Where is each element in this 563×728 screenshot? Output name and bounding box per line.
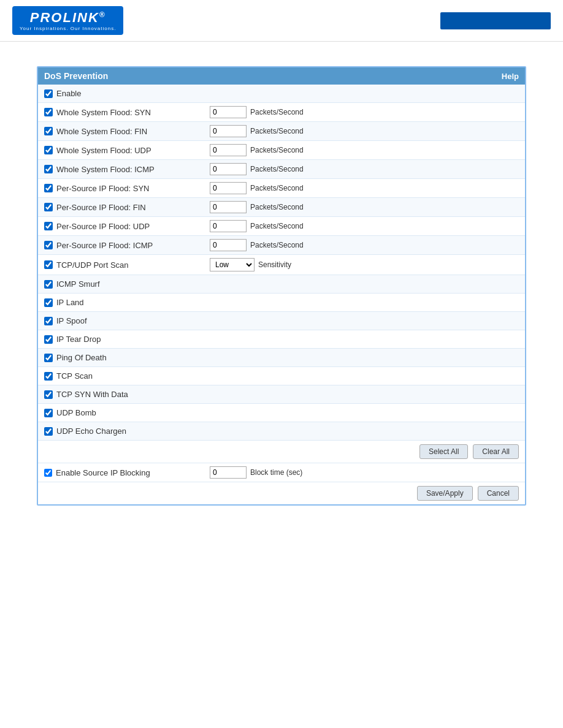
tcp-scan-text: TCP Scan: [56, 371, 93, 381]
cancel-button[interactable]: Cancel: [478, 486, 519, 501]
dos-prevention-panel: DoS Prevention Help Enable Whole System …: [37, 66, 526, 506]
udp-bomb-text: UDP Bomb: [56, 408, 96, 417]
source-ip-blocking-text: Enable Source IP Blocking: [56, 468, 150, 477]
udp-flood-checkbox[interactable]: [44, 146, 53, 154]
logo-text: PROLINK®: [30, 10, 106, 26]
udp-flood-input[interactable]: [210, 144, 247, 156]
per-src-syn-checkbox[interactable]: [44, 184, 53, 192]
row-ip-land: IP Land: [38, 294, 525, 312]
ip-spoof-checkbox[interactable]: [44, 317, 53, 325]
per-src-udp-text: Per-Source IP Flood: UDP: [56, 222, 150, 231]
ip-tear-drop-checkbox[interactable]: [44, 335, 53, 344]
per-src-syn-text: Per-Source IP Flood: SYN: [56, 184, 150, 193]
save-apply-button[interactable]: Save/Apply: [417, 486, 473, 501]
row-udp-echo-chargen: UDP Echo Chargen: [38, 422, 525, 441]
per-src-syn-unit: Packets/Second: [250, 184, 304, 192]
udp-flood-label[interactable]: Whole System Flood: UDP: [44, 146, 204, 155]
logo-box: PROLINK® Your Inspirations. Our Innovati…: [12, 6, 123, 35]
syn-flood-label[interactable]: Whole System Flood: SYN: [44, 108, 204, 117]
source-ip-blocking-input[interactable]: [210, 466, 247, 479]
ip-spoof-label[interactable]: IP Spoof: [44, 316, 204, 325]
fin-flood-input[interactable]: [210, 125, 247, 137]
source-ip-blocking-checkbox[interactable]: [44, 469, 52, 477]
udp-echo-chargen-checkbox[interactable]: [44, 427, 53, 436]
save-cancel-btn-row: Save/Apply Cancel: [38, 482, 525, 504]
per-src-icmp-unit: Packets/Second: [250, 241, 304, 249]
fin-flood-checkbox[interactable]: [44, 127, 53, 135]
enable-label[interactable]: Enable: [44, 89, 204, 98]
help-link[interactable]: Help: [502, 72, 519, 81]
tcp-udp-scan-text: TCP/UDP Port Scan: [56, 260, 129, 270]
per-src-fin-checkbox[interactable]: [44, 203, 53, 211]
per-src-udp-checkbox[interactable]: [44, 222, 53, 230]
ip-land-checkbox[interactable]: [44, 298, 53, 307]
row-tcp-udp-scan: TCP/UDP Port Scan Low Medium High Sensit…: [38, 255, 525, 275]
icmp-flood-label[interactable]: Whole System Flood: ICMP: [44, 165, 204, 174]
clear-all-button[interactable]: Clear All: [473, 444, 519, 459]
per-src-icmp-input[interactable]: [210, 239, 247, 251]
icmp-smurf-checkbox[interactable]: [44, 280, 53, 289]
logo-area: PROLINK® Your Inspirations. Our Innovati…: [12, 6, 123, 35]
syn-flood-input[interactable]: [210, 106, 247, 118]
ping-of-death-checkbox[interactable]: [44, 354, 53, 362]
tcp-udp-scan-checkbox[interactable]: [44, 260, 53, 269]
syn-flood-checkbox[interactable]: [44, 108, 53, 116]
page-content: DoS Prevention Help Enable Whole System …: [0, 42, 563, 518]
page-header: PROLINK® Your Inspirations. Our Innovati…: [0, 0, 563, 42]
udp-echo-chargen-text: UDP Echo Chargen: [56, 427, 126, 436]
header-blue-bar: [440, 12, 551, 29]
udp-echo-chargen-label[interactable]: UDP Echo Chargen: [44, 427, 204, 436]
source-ip-blocking-row: Enable Source IP Blocking Block time (se…: [38, 463, 525, 482]
per-src-icmp-text: Per-Source IP Flood: ICMP: [56, 241, 153, 250]
per-src-fin-text: Per-Source IP Flood: FIN: [56, 203, 146, 212]
per-src-udp-label[interactable]: Per-Source IP Flood: UDP: [44, 222, 204, 231]
ip-tear-drop-label[interactable]: IP Tear Drop: [44, 335, 204, 344]
tcp-scan-checkbox[interactable]: [44, 372, 53, 381]
select-all-button[interactable]: Select All: [419, 444, 468, 459]
icmp-flood-input[interactable]: [210, 163, 247, 175]
tcp-udp-scan-unit: Sensitivity: [258, 260, 291, 269]
icmp-smurf-text: ICMP Smurf: [56, 279, 100, 289]
ip-tear-drop-text: IP Tear Drop: [56, 335, 101, 344]
ping-of-death-label[interactable]: Ping Of Death: [44, 353, 204, 362]
ip-land-text: IP Land: [56, 298, 84, 307]
tcp-syn-with-data-checkbox[interactable]: [44, 390, 53, 399]
row-ping-of-death: Ping Of Death: [38, 349, 525, 367]
udp-bomb-label[interactable]: UDP Bomb: [44, 408, 204, 417]
tcp-udp-scan-select[interactable]: Low Medium High: [210, 258, 255, 271]
tcp-syn-with-data-text: TCP SYN With Data: [56, 390, 128, 399]
source-ip-blocking-unit: Block time (sec): [250, 468, 302, 477]
enable-text: Enable: [56, 89, 81, 98]
ip-land-label[interactable]: IP Land: [44, 298, 204, 307]
per-src-fin-label[interactable]: Per-Source IP Flood: FIN: [44, 203, 204, 212]
fin-flood-label[interactable]: Whole System Flood: FIN: [44, 127, 204, 136]
icmp-flood-checkbox[interactable]: [44, 165, 53, 173]
per-src-fin-input[interactable]: [210, 201, 247, 213]
icmp-smurf-label[interactable]: ICMP Smurf: [44, 279, 204, 289]
source-ip-blocking-label[interactable]: Enable Source IP Blocking: [44, 468, 204, 477]
tcp-udp-scan-label[interactable]: TCP/UDP Port Scan: [44, 260, 204, 270]
row-per-src-syn: Per-Source IP Flood: SYN Packets/Second: [38, 179, 525, 198]
tcp-syn-with-data-label[interactable]: TCP SYN With Data: [44, 390, 204, 399]
row-udp-flood: Whole System Flood: UDP Packets/Second: [38, 141, 525, 160]
tcp-scan-label[interactable]: TCP Scan: [44, 371, 204, 381]
per-src-udp-input[interactable]: [210, 220, 247, 232]
icmp-flood-text: Whole System Flood: ICMP: [56, 165, 155, 174]
row-per-src-fin: Per-Source IP Flood: FIN Packets/Second: [38, 198, 525, 217]
syn-flood-text: Whole System Flood: SYN: [56, 108, 151, 117]
row-udp-bomb: UDP Bomb: [38, 404, 525, 422]
per-src-icmp-label[interactable]: Per-Source IP Flood: ICMP: [44, 241, 204, 250]
udp-bomb-checkbox[interactable]: [44, 409, 53, 417]
panel-title: DoS Prevention: [44, 71, 108, 81]
syn-flood-unit: Packets/Second: [250, 108, 304, 116]
logo-tagline: Your Inspirations. Our Innovations.: [20, 26, 116, 31]
per-src-syn-label[interactable]: Per-Source IP Flood: SYN: [44, 184, 204, 193]
enable-checkbox[interactable]: [44, 89, 53, 98]
row-icmp-smurf: ICMP Smurf: [38, 275, 525, 294]
per-src-icmp-checkbox[interactable]: [44, 241, 53, 249]
per-src-syn-input[interactable]: [210, 182, 247, 194]
row-tcp-syn-with-data: TCP SYN With Data: [38, 385, 525, 404]
fin-flood-unit: Packets/Second: [250, 127, 304, 135]
ping-of-death-text: Ping Of Death: [56, 353, 107, 362]
ip-spoof-text: IP Spoof: [56, 316, 87, 325]
